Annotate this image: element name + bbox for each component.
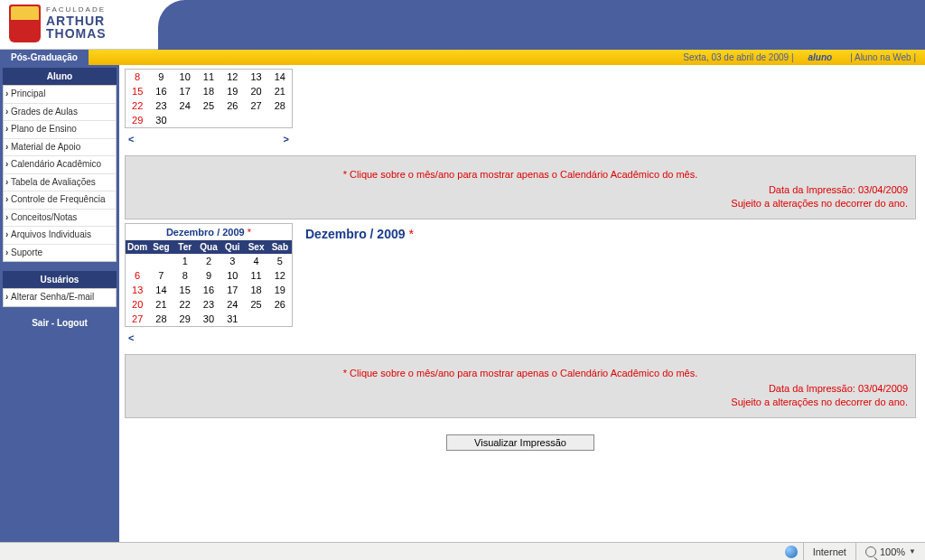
month-detail: Dezembro / 2009 * xyxy=(298,223,916,245)
sidebar-item[interactable]: Alterar Senha/E-mail xyxy=(4,289,116,306)
cal-cell[interactable]: 9 xyxy=(149,70,173,84)
cal-cell[interactable]: 19 xyxy=(268,283,292,297)
cal-cell[interactable]: 25 xyxy=(197,98,220,113)
calendar-dec: Dezembro / 2009 * DomSegTerQuaQuiSexSab … xyxy=(125,223,293,327)
detail-star: * xyxy=(408,227,413,241)
cal-cell[interactable]: 18 xyxy=(244,283,267,297)
cal-cell[interactable]: 8 xyxy=(173,268,197,283)
cal-cell[interactable]: 15 xyxy=(126,84,149,98)
cal-cell[interactable]: 29 xyxy=(173,312,197,326)
cal-cell[interactable]: 16 xyxy=(149,84,173,98)
zoom-icon xyxy=(865,546,876,557)
cal-dow: Ter xyxy=(173,240,197,254)
cal-cell[interactable]: 31 xyxy=(220,312,244,326)
internet-zone-icon xyxy=(785,546,798,558)
zoom-control[interactable]: 100% ▼ xyxy=(855,543,925,561)
cal-cell[interactable]: 25 xyxy=(244,297,267,312)
cal-cell[interactable]: 21 xyxy=(268,84,292,98)
cal-cell[interactable]: 7 xyxy=(149,268,173,283)
cal-prev-2[interactable]: < xyxy=(128,332,134,343)
sidebar-item[interactable]: Tabela de Avaliações xyxy=(4,174,116,192)
click-note-2: * Clique sobre o mês/ano para mostrar ap… xyxy=(133,360,908,382)
cal-cell[interactable]: 17 xyxy=(220,283,244,297)
aluno-web-link[interactable]: | Aluno na Web | xyxy=(841,52,925,62)
cal-cell[interactable]: 12 xyxy=(220,70,244,84)
cal-cell[interactable]: 22 xyxy=(173,297,197,312)
cal-cell[interactable]: 12 xyxy=(268,268,292,283)
cal-cell[interactable]: 14 xyxy=(149,283,173,297)
cal-cell[interactable] xyxy=(244,312,267,326)
sidebar-item[interactable]: Material de Apoio xyxy=(4,139,116,157)
aluno-tag[interactable]: aluno xyxy=(799,52,841,62)
cal-cell[interactable]: 11 xyxy=(197,70,220,84)
cal-cell[interactable]: 22 xyxy=(126,98,149,113)
cal-cell[interactable]: 6 xyxy=(126,268,149,283)
cal-cell[interactable]: 8 xyxy=(126,70,149,84)
sidebar-item[interactable]: Principal xyxy=(4,86,116,104)
sidebar-item[interactable]: Calendário Acadêmico xyxy=(4,156,116,174)
cal-dow: Dom xyxy=(126,240,149,254)
cal-cell[interactable]: 24 xyxy=(220,297,244,312)
cal-cell[interactable] xyxy=(197,113,220,127)
cal-cell[interactable]: 4 xyxy=(244,254,267,268)
calendar-nov-partial: 8910111213141516171819202122232425262728… xyxy=(125,69,293,128)
cal-cell[interactable]: 13 xyxy=(244,70,267,84)
cal-cell[interactable]: 23 xyxy=(197,297,220,312)
cal-cell[interactable]: 3 xyxy=(220,254,244,268)
cal-cell[interactable]: 24 xyxy=(173,98,197,113)
cal-cell[interactable]: 20 xyxy=(244,84,267,98)
sidebar-item[interactable]: Grades de Aulas xyxy=(4,104,116,122)
cal-cell[interactable]: 20 xyxy=(126,297,149,312)
cal-cell[interactable] xyxy=(268,312,292,326)
cal-cell[interactable]: 29 xyxy=(126,113,149,127)
sidebar-item[interactable]: Plano de Ensino xyxy=(4,121,116,139)
sidebar-item[interactable]: Conceitos/Notas xyxy=(4,210,116,228)
logout-link[interactable]: Sair - Logout xyxy=(3,307,117,339)
cal-cell[interactable]: 1 xyxy=(173,254,197,268)
cal-cell[interactable]: 18 xyxy=(197,84,220,98)
main-content: 8910111213141516171819202122232425262728… xyxy=(119,65,925,542)
cal-cell[interactable]: 30 xyxy=(149,113,173,127)
cal-cell[interactable]: 14 xyxy=(268,70,292,84)
cal-cell[interactable]: 23 xyxy=(149,98,173,113)
cal-prev[interactable]: < xyxy=(128,134,134,145)
cal-cell[interactable]: 9 xyxy=(197,268,220,283)
section-label: Pós-Graduação xyxy=(0,50,89,65)
cal-cell[interactable]: 10 xyxy=(220,268,244,283)
cal-cell[interactable] xyxy=(149,254,173,268)
crest-icon xyxy=(9,5,41,42)
cal-cell[interactable]: 11 xyxy=(244,268,267,283)
cal-dec-title[interactable]: Dezembro / 2009 * xyxy=(126,224,292,240)
brand-line1: ARTHUR xyxy=(46,14,107,28)
brand-logo: FACULDADE ARTHUR THOMAS xyxy=(9,5,107,42)
sidebar-item[interactable]: Arquivos Individuais xyxy=(4,227,116,245)
cal-cell[interactable]: 16 xyxy=(197,283,220,297)
cal-cell[interactable]: 27 xyxy=(126,312,149,326)
cal-cell[interactable] xyxy=(244,113,267,127)
sidebar-item[interactable]: Suporte xyxy=(4,245,116,262)
cal-dow: Qua xyxy=(197,240,220,254)
cal-cell[interactable]: 17 xyxy=(173,84,197,98)
cal-dow: Sab xyxy=(268,240,292,254)
sidebar-header-aluno: Aluno xyxy=(3,68,117,85)
cal-cell[interactable] xyxy=(220,113,244,127)
cal-cell[interactable]: 30 xyxy=(197,312,220,326)
cal-cell[interactable]: 28 xyxy=(268,98,292,113)
sidebar-item[interactable]: Controle de Frequência xyxy=(4,191,116,210)
cal-cell[interactable]: 28 xyxy=(149,312,173,326)
cal-cell[interactable] xyxy=(268,113,292,127)
cal-cell[interactable]: 19 xyxy=(220,84,244,98)
cal-cell[interactable]: 5 xyxy=(268,254,292,268)
cal-cell[interactable]: 2 xyxy=(197,254,220,268)
cal-cell[interactable]: 26 xyxy=(220,98,244,113)
cal-cell[interactable]: 27 xyxy=(244,98,267,113)
cal-cell[interactable]: 21 xyxy=(149,297,173,312)
cal-next[interactable]: > xyxy=(284,134,289,145)
cal-cell[interactable]: 10 xyxy=(173,70,197,84)
cal-cell[interactable]: 26 xyxy=(268,297,292,312)
print-preview-button[interactable]: Visualizar Impressão xyxy=(446,434,594,451)
cal-cell[interactable]: 13 xyxy=(126,283,149,297)
cal-cell[interactable] xyxy=(126,254,149,268)
cal-cell[interactable] xyxy=(173,113,197,127)
cal-cell[interactable]: 15 xyxy=(173,283,197,297)
